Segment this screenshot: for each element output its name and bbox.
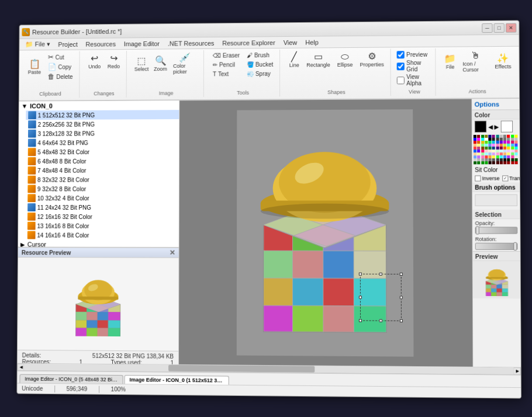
tree-item-8[interactable]: 8 32x32 32 Bit Color [26, 175, 179, 184]
menu-net-resources[interactable]: .NET Resources [164, 38, 217, 48]
color-palette[interactable] [472, 134, 520, 166]
palette-color-cell[interactable] [511, 161, 514, 164]
ellipse-icon: ⬭ [341, 52, 349, 61]
close-button[interactable]: ✕ [506, 23, 516, 32]
inverse-checkbox[interactable] [475, 175, 481, 181]
effects-button[interactable]: ✨ Effects [493, 52, 513, 71]
delete-button[interactable]: 🗑 Delete [45, 72, 76, 81]
menu-image-editor[interactable]: Image Editor [120, 39, 163, 48]
color-swatches-row: ◀ ▶ [472, 119, 520, 133]
background-color[interactable] [501, 121, 513, 133]
tree-item-3[interactable]: 3 128x128 32 Bit PNG [26, 128, 179, 138]
transparent-checkbox[interactable] [502, 175, 508, 181]
line-button[interactable]: ╱ Line [286, 51, 302, 70]
zoom-button[interactable]: 🔍 Zoom [152, 54, 170, 74]
show-grid-check[interactable]: Show Grid [397, 60, 432, 72]
tree-item-6[interactable]: 6 48x48 8 Bit Color [26, 157, 179, 166]
palette-color-cell[interactable] [503, 161, 506, 164]
menu-project[interactable]: Project [55, 39, 81, 48]
rectangle-button[interactable]: ▭ Rectangle [303, 50, 333, 70]
tree-item-13[interactable]: 13 16x16 8 Bit Color [25, 221, 179, 231]
paste-button[interactable]: 📋 Paste [25, 57, 44, 77]
menu-file[interactable]: 📁 File ▾ [22, 39, 53, 49]
ellipse-button[interactable]: ⬭ Ellipse [334, 50, 356, 70]
palette-color-cell[interactable] [474, 161, 476, 164]
foreground-color[interactable] [475, 121, 486, 133]
title-bar-left: 🔧 Resource Builder - [Untitled.rc *] [22, 27, 122, 36]
preview-check[interactable]: Preview [397, 51, 432, 58]
tree-view[interactable]: ▼ ICON_0 1 512x512 32 Bit PNG 2 256x256 … [18, 100, 179, 247]
palette-color-cell[interactable] [492, 161, 495, 164]
opacity-slider[interactable] [475, 227, 518, 234]
tree-item-12[interactable]: 12 16x16 32 Bit Color [25, 212, 179, 221]
spray-button[interactable]: 💨 Spray [244, 70, 276, 78]
changes-label: Changes [94, 91, 114, 96]
bucket-button[interactable]: 🪣 Bucket [244, 60, 276, 69]
tree-item-9[interactable]: 9 32x32 8 Bit Color [25, 184, 178, 193]
palette-color-cell[interactable] [500, 161, 503, 164]
palette-color-cell[interactable] [485, 161, 488, 164]
brush-options-content [472, 192, 520, 210]
tree-item-14[interactable]: 14 16x16 4 Bit Color [25, 231, 179, 240]
text-button[interactable]: T Text [210, 70, 243, 78]
minimize-button[interactable]: ─ [482, 23, 492, 32]
file-action-button[interactable]: 📁 File [442, 53, 459, 72]
select-button[interactable]: ⬚ Select [133, 55, 151, 74]
paste-icon: 📋 [29, 59, 40, 68]
sit-color-row: Sit Color [472, 165, 520, 174]
view-alpha-check[interactable]: View Alpha [397, 74, 432, 86]
menu-view[interactable]: View [280, 37, 301, 47]
palette-color-cell[interactable] [507, 161, 510, 164]
palette-color-cell[interactable] [496, 161, 499, 164]
tree-item-7[interactable]: 7 48x48 4 Bit Color [26, 165, 179, 175]
inverse-transparent-row: Inverse Transparent [472, 174, 520, 182]
ribbon-group-shapes: ╱ Line ▭ Rectangle ⬭ Ellipse ⚙ Propertie… [282, 48, 391, 96]
svg-rect-68 [486, 292, 491, 296]
undo-button[interactable]: ↩ Undo [85, 52, 103, 71]
tree-item-2[interactable]: 2 256x256 32 Bit PNG [26, 119, 179, 129]
palette-color-cell[interactable] [489, 161, 492, 164]
copy-button[interactable]: 📄 Copy [45, 62, 76, 71]
redo-button[interactable]: ↪ Redo [105, 52, 123, 71]
preview-close-button[interactable]: ✕ [170, 249, 175, 256]
actions-buttons: 📁 File 🖱 Icon / Cursor ✨ Effects [442, 49, 513, 75]
tree-item-5[interactable]: 5 48x48 32 Bit Color [26, 147, 179, 157]
menu-resource-explorer[interactable]: Resource Explorer [219, 38, 278, 48]
tab-1[interactable]: Image Editor - ICON_0 (5 48x48 32 Bit Co… [19, 374, 123, 384]
pencil-button[interactable]: ✏ Pencil [210, 60, 243, 69]
svg-rect-25 [78, 296, 118, 300]
svg-rect-79 [486, 277, 508, 279]
tree-item-1-label: 1 512x512 32 Bit PNG [38, 112, 95, 118]
tree-root[interactable]: ▼ ICON_0 [19, 100, 179, 110]
right-preview-content [473, 261, 520, 298]
tree-item-1[interactable]: 1 512x512 32 Bit PNG [26, 110, 179, 120]
cut-button[interactable]: ✂ Cut [45, 53, 76, 62]
rotation-slider[interactable] [475, 243, 518, 250]
tree-item-10[interactable]: 10 32x32 4 Bit Color [25, 193, 179, 203]
tree-item-11[interactable]: 11 24x24 32 Bit PNG [25, 203, 179, 212]
ribbon-group-clipboard: 📋 Paste ✂ Cut 📄 Copy 🗑 Delete [22, 51, 80, 98]
resource-preview: Resource Preview ✕ [18, 247, 179, 364]
color-picker-button[interactable]: 💉 Color picker [170, 51, 200, 77]
delete-icon: 🗑 [48, 73, 55, 80]
svg-rect-11 [97, 320, 108, 328]
menu-help[interactable]: Help [302, 37, 322, 47]
maximize-button[interactable]: □ [494, 23, 505, 32]
tab-2[interactable]: Image Editor - ICON_0 (1 512x512 32 Bit … [125, 375, 229, 385]
tree-item-4[interactable]: 4 64x64 32 Bit PNG [26, 138, 179, 148]
copy-label: Copy [58, 64, 71, 70]
unicode-label: Unicode [22, 385, 43, 392]
properties-button[interactable]: ⚙ Properties [357, 50, 386, 69]
canvas-area[interactable] [179, 99, 473, 367]
eraser-button[interactable]: ⌫ Eraser [210, 51, 243, 60]
svg-rect-67 [502, 289, 507, 293]
tree-item-14-label: 14 16x16 4 Bit Color [37, 232, 89, 238]
tree-item-13-label: 13 16x16 8 Bit Color [37, 223, 89, 229]
icon-cursor-button[interactable]: 🖱 Icon / Cursor [460, 49, 492, 75]
svg-rect-64 [486, 289, 491, 293]
brush-button[interactable]: 🖌 Brush [244, 51, 276, 60]
palette-color-cell[interactable] [477, 161, 480, 164]
menu-resources[interactable]: Resources [82, 39, 119, 48]
palette-color-cell[interactable] [481, 161, 484, 164]
palette-color-cell[interactable] [514, 161, 517, 164]
